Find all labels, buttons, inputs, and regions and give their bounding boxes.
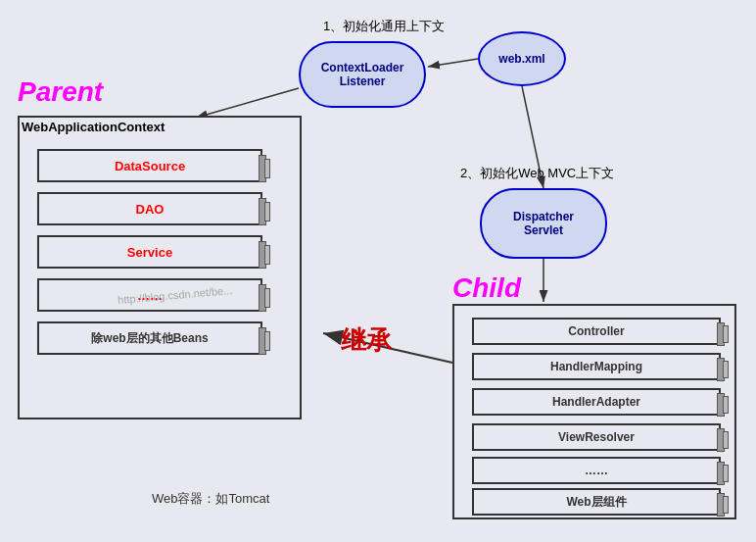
child-bean-row-dots: …… [472, 457, 721, 484]
child-label: Child [452, 272, 521, 304]
context-loader-bubble: ContextLoader Listener [299, 41, 426, 108]
child-bean-row-handler-mapping: HandlerMapping [472, 353, 721, 380]
child-bean-row-handler-adapter: HandlerAdapter [472, 388, 721, 416]
child-bean-row-controller: Controller [472, 318, 721, 345]
svg-line-0 [428, 59, 478, 67]
bean-row-other: 除web层的其他Beans [37, 321, 262, 355]
bean-row-dao: DAO [37, 192, 262, 225]
inherit-label: 继承 [341, 323, 392, 358]
bean-row-datasource: DataSource [37, 149, 262, 182]
web-app-context-label: WebApplicationContext [22, 120, 165, 134]
arrow-label-2: 2、初始化Web MVC上下文 [460, 165, 614, 182]
child-box: Controller HandlerMapping HandlerAdapter… [452, 304, 736, 519]
parent-label: Parent [18, 76, 103, 108]
child-bean-row-view-resolver: ViewResolver [472, 423, 721, 451]
dispatcher-servlet-bubble: DispatcherServlet [480, 188, 607, 259]
web-xml-bubble: web.xml [478, 31, 566, 86]
arrow-label-1: 1、初始化通用上下文 [323, 18, 445, 35]
svg-line-1 [196, 88, 299, 118]
bean-row-service: Service [37, 235, 262, 269]
web-container-label: Web容器：如Tomcat [152, 490, 269, 508]
child-bean-row-web: Web层组件 [472, 488, 721, 516]
